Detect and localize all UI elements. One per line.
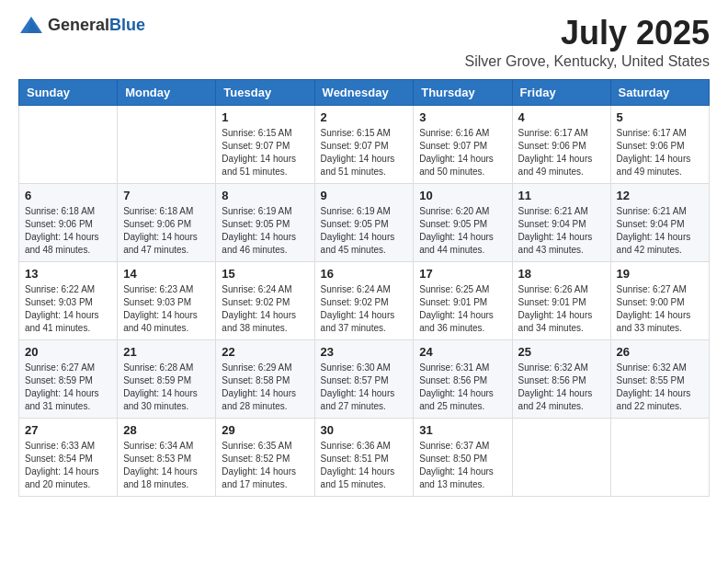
calendar-cell: 26Sunrise: 6:32 AM Sunset: 8:55 PM Dayli…: [610, 339, 709, 418]
calendar-cell: [118, 105, 216, 183]
day-info: Sunrise: 6:15 AM Sunset: 9:07 PM Dayligh…: [321, 127, 408, 178]
weekday-header: Tuesday: [216, 79, 314, 105]
calendar-cell: 10Sunrise: 6:20 AM Sunset: 9:05 PM Dayli…: [414, 183, 512, 261]
day-number: 26: [617, 345, 703, 359]
calendar-cell: 7Sunrise: 6:18 AM Sunset: 9:06 PM Daylig…: [118, 183, 216, 261]
page-subtitle: Silver Grove, Kentucky, United States: [465, 53, 710, 70]
day-info: Sunrise: 6:27 AM Sunset: 8:59 PM Dayligh…: [25, 362, 111, 413]
page-title: July 2025: [465, 15, 710, 52]
day-number: 3: [419, 110, 506, 124]
calendar-cell: [512, 418, 610, 496]
day-info: Sunrise: 6:27 AM Sunset: 9:00 PM Dayligh…: [617, 283, 703, 335]
day-number: 13: [25, 267, 111, 281]
calendar-cell: 22Sunrise: 6:29 AM Sunset: 8:58 PM Dayli…: [216, 339, 314, 418]
day-number: 6: [25, 189, 111, 202]
calendar-cell: 5Sunrise: 6:17 AM Sunset: 9:06 PM Daylig…: [610, 105, 709, 183]
day-info: Sunrise: 6:15 AM Sunset: 9:07 PM Dayligh…: [222, 127, 308, 178]
logo-text-general: General: [48, 16, 109, 34]
day-info: Sunrise: 6:35 AM Sunset: 8:52 PM Dayligh…: [222, 440, 308, 491]
day-number: 21: [123, 345, 210, 359]
calendar-cell: 9Sunrise: 6:19 AM Sunset: 9:05 PM Daylig…: [314, 183, 414, 261]
day-number: 12: [617, 189, 703, 202]
calendar-table: SundayMondayTuesdayWednesdayThursdayFrid…: [18, 79, 710, 497]
day-number: 31: [419, 423, 506, 437]
day-number: 24: [419, 345, 506, 359]
logo: GeneralBlue: [18, 15, 145, 37]
day-number: 16: [321, 267, 408, 281]
calendar-cell: 8Sunrise: 6:19 AM Sunset: 9:05 PM Daylig…: [216, 183, 314, 261]
day-info: Sunrise: 6:21 AM Sunset: 9:04 PM Dayligh…: [518, 205, 605, 257]
calendar-cell: 16Sunrise: 6:24 AM Sunset: 9:02 PM Dayli…: [314, 261, 414, 339]
weekday-header: Monday: [118, 79, 216, 105]
calendar-cell: 1Sunrise: 6:15 AM Sunset: 9:07 PM Daylig…: [216, 105, 314, 183]
day-number: 28: [123, 423, 210, 437]
day-info: Sunrise: 6:26 AM Sunset: 9:01 PM Dayligh…: [518, 283, 605, 335]
day-number: 19: [617, 267, 703, 281]
day-info: Sunrise: 6:24 AM Sunset: 9:02 PM Dayligh…: [321, 283, 408, 335]
page-header: GeneralBlue July 2025 Silver Grove, Kent…: [18, 15, 710, 70]
calendar-cell: 20Sunrise: 6:27 AM Sunset: 8:59 PM Dayli…: [19, 339, 118, 418]
calendar-cell: 27Sunrise: 6:33 AM Sunset: 8:54 PM Dayli…: [19, 418, 118, 496]
day-info: Sunrise: 6:30 AM Sunset: 8:57 PM Dayligh…: [321, 362, 408, 413]
day-info: Sunrise: 6:37 AM Sunset: 8:50 PM Dayligh…: [419, 440, 506, 491]
calendar-cell: [19, 105, 118, 183]
calendar-week-row: 13Sunrise: 6:22 AM Sunset: 9:03 PM Dayli…: [19, 261, 710, 339]
day-number: 1: [222, 110, 308, 124]
day-info: Sunrise: 6:32 AM Sunset: 8:55 PM Dayligh…: [617, 362, 703, 413]
day-number: 23: [321, 345, 408, 359]
day-info: Sunrise: 6:36 AM Sunset: 8:51 PM Dayligh…: [321, 440, 408, 491]
day-info: Sunrise: 6:24 AM Sunset: 9:02 PM Dayligh…: [222, 283, 308, 335]
calendar-header-row: SundayMondayTuesdayWednesdayThursdayFrid…: [19, 79, 710, 105]
weekday-header: Friday: [512, 79, 610, 105]
day-number: 22: [222, 345, 308, 359]
day-number: 11: [518, 189, 605, 202]
calendar-cell: 28Sunrise: 6:34 AM Sunset: 8:53 PM Dayli…: [118, 418, 216, 496]
day-number: 7: [123, 189, 210, 202]
calendar-cell: 15Sunrise: 6:24 AM Sunset: 9:02 PM Dayli…: [216, 261, 314, 339]
calendar-cell: 19Sunrise: 6:27 AM Sunset: 9:00 PM Dayli…: [610, 261, 709, 339]
calendar-cell: 13Sunrise: 6:22 AM Sunset: 9:03 PM Dayli…: [19, 261, 118, 339]
calendar-cell: 3Sunrise: 6:16 AM Sunset: 9:07 PM Daylig…: [414, 105, 512, 183]
calendar-cell: 14Sunrise: 6:23 AM Sunset: 9:03 PM Dayli…: [118, 261, 216, 339]
calendar-cell: 21Sunrise: 6:28 AM Sunset: 8:59 PM Dayli…: [118, 339, 216, 418]
day-info: Sunrise: 6:19 AM Sunset: 9:05 PM Dayligh…: [321, 205, 408, 257]
calendar-week-row: 20Sunrise: 6:27 AM Sunset: 8:59 PM Dayli…: [19, 339, 710, 418]
day-info: Sunrise: 6:25 AM Sunset: 9:01 PM Dayligh…: [419, 283, 506, 335]
title-area: July 2025 Silver Grove, Kentucky, United…: [465, 15, 710, 70]
day-info: Sunrise: 6:29 AM Sunset: 8:58 PM Dayligh…: [222, 362, 308, 413]
day-number: 9: [321, 189, 408, 202]
calendar-cell: 31Sunrise: 6:37 AM Sunset: 8:50 PM Dayli…: [414, 418, 512, 496]
day-number: 10: [419, 189, 506, 202]
day-info: Sunrise: 6:18 AM Sunset: 9:06 PM Dayligh…: [25, 205, 111, 257]
day-number: 27: [25, 423, 111, 437]
weekday-header: Thursday: [414, 79, 512, 105]
day-info: Sunrise: 6:18 AM Sunset: 9:06 PM Dayligh…: [123, 205, 210, 257]
day-info: Sunrise: 6:21 AM Sunset: 9:04 PM Dayligh…: [617, 205, 703, 257]
day-number: 8: [222, 189, 308, 202]
calendar-cell: 23Sunrise: 6:30 AM Sunset: 8:57 PM Dayli…: [314, 339, 414, 418]
weekday-header: Saturday: [610, 79, 709, 105]
day-number: 5: [617, 110, 703, 124]
day-info: Sunrise: 6:19 AM Sunset: 9:05 PM Dayligh…: [222, 205, 308, 257]
day-number: 30: [321, 423, 408, 437]
day-info: Sunrise: 6:23 AM Sunset: 9:03 PM Dayligh…: [123, 283, 210, 335]
calendar-cell: 2Sunrise: 6:15 AM Sunset: 9:07 PM Daylig…: [314, 105, 414, 183]
day-info: Sunrise: 6:32 AM Sunset: 8:56 PM Dayligh…: [518, 362, 605, 413]
day-info: Sunrise: 6:34 AM Sunset: 8:53 PM Dayligh…: [123, 440, 210, 491]
day-number: 15: [222, 267, 308, 281]
day-info: Sunrise: 6:33 AM Sunset: 8:54 PM Dayligh…: [25, 440, 111, 491]
calendar-week-row: 6Sunrise: 6:18 AM Sunset: 9:06 PM Daylig…: [19, 183, 710, 261]
logo-text-blue: Blue: [109, 16, 145, 34]
day-info: Sunrise: 6:28 AM Sunset: 8:59 PM Dayligh…: [123, 362, 210, 413]
day-info: Sunrise: 6:16 AM Sunset: 9:07 PM Dayligh…: [419, 127, 506, 178]
day-number: 17: [419, 267, 506, 281]
calendar-cell: 17Sunrise: 6:25 AM Sunset: 9:01 PM Dayli…: [414, 261, 512, 339]
day-number: 18: [518, 267, 605, 281]
calendar-cell: 4Sunrise: 6:17 AM Sunset: 9:06 PM Daylig…: [512, 105, 610, 183]
day-number: 29: [222, 423, 308, 437]
day-number: 25: [518, 345, 605, 359]
weekday-header: Wednesday: [314, 79, 414, 105]
calendar-cell: 25Sunrise: 6:32 AM Sunset: 8:56 PM Dayli…: [512, 339, 610, 418]
day-info: Sunrise: 6:17 AM Sunset: 9:06 PM Dayligh…: [518, 127, 605, 178]
day-number: 20: [25, 345, 111, 359]
